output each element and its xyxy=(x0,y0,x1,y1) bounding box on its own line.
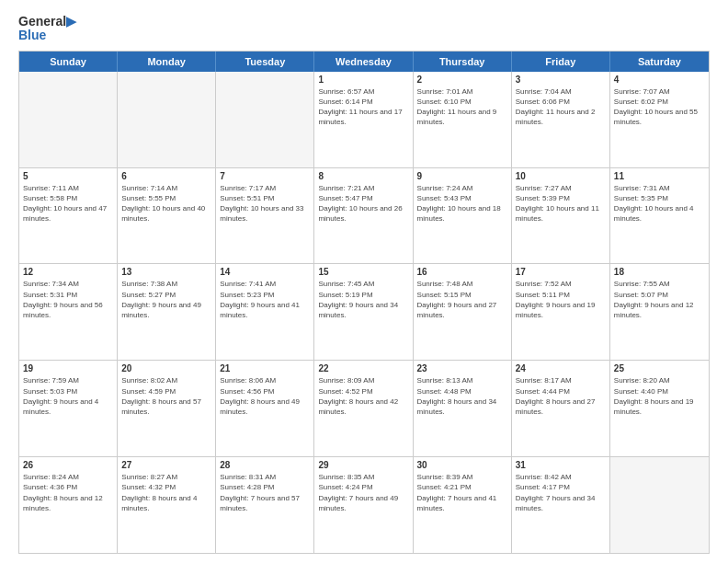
cal-cell: 1Sunrise: 6:57 AMSunset: 6:14 PMDaylight… xyxy=(314,72,413,167)
cell-date: 19 xyxy=(23,363,113,373)
cell-date: 5 xyxy=(23,171,113,181)
cal-cell xyxy=(19,72,118,167)
cal-cell: 18Sunrise: 7:55 AMSunset: 5:07 PMDayligh… xyxy=(610,264,709,360)
cal-cell: 13Sunrise: 7:38 AMSunset: 5:27 PMDayligh… xyxy=(118,264,216,360)
cell-date: 26 xyxy=(23,460,113,470)
cell-info: Sunrise: 7:04 AMSunset: 6:06 PMDaylight:… xyxy=(516,86,606,128)
cal-cell: 8Sunrise: 7:21 AMSunset: 5:47 PMDaylight… xyxy=(314,168,413,264)
cell-date: 12 xyxy=(23,267,113,277)
calendar: SundayMondayTuesdayWednesdayThursdayFrid… xyxy=(18,51,710,554)
cal-cell: 29Sunrise: 8:35 AMSunset: 4:24 PMDayligh… xyxy=(314,457,413,553)
cell-date: 7 xyxy=(220,171,310,181)
cell-date: 6 xyxy=(121,171,211,181)
cell-date: 16 xyxy=(417,267,507,277)
logo-wordmark: General▶ Blue xyxy=(18,15,76,43)
cell-info: Sunrise: 7:34 AMSunset: 5:31 PMDaylight:… xyxy=(23,279,113,320)
cal-cell: 7Sunrise: 7:17 AMSunset: 5:51 PMDaylight… xyxy=(216,168,314,264)
header: General▶ Blue xyxy=(18,15,710,43)
cal-cell: 23Sunrise: 8:13 AMSunset: 4:48 PMDayligh… xyxy=(414,361,512,456)
cal-cell: 24Sunrise: 8:17 AMSunset: 4:44 PMDayligh… xyxy=(512,361,610,456)
cal-cell: 6Sunrise: 7:14 AMSunset: 5:55 PMDaylight… xyxy=(118,168,216,264)
cal-row-0: 1Sunrise: 6:57 AMSunset: 6:14 PMDaylight… xyxy=(19,72,709,167)
cell-date: 14 xyxy=(220,267,310,277)
cell-info: Sunrise: 7:45 AMSunset: 5:19 PMDaylight:… xyxy=(318,279,408,320)
cell-date: 31 xyxy=(516,460,606,470)
cal-cell: 25Sunrise: 8:20 AMSunset: 4:40 PMDayligh… xyxy=(610,361,709,456)
cal-cell: 2Sunrise: 7:01 AMSunset: 6:10 PMDaylight… xyxy=(414,72,512,167)
cell-date: 3 xyxy=(516,75,606,85)
cal-cell: 11Sunrise: 7:31 AMSunset: 5:35 PMDayligh… xyxy=(610,168,709,264)
cell-info: Sunrise: 7:59 AMSunset: 5:03 PMDaylight:… xyxy=(23,375,113,417)
cal-cell: 9Sunrise: 7:24 AMSunset: 5:43 PMDaylight… xyxy=(414,168,512,264)
cal-cell: 5Sunrise: 7:11 AMSunset: 5:58 PMDaylight… xyxy=(19,168,118,264)
cell-info: Sunrise: 8:20 AMSunset: 4:40 PMDaylight:… xyxy=(614,375,705,417)
cal-cell: 27Sunrise: 8:27 AMSunset: 4:32 PMDayligh… xyxy=(118,457,216,553)
cell-date: 25 xyxy=(614,363,705,373)
cell-date: 23 xyxy=(417,363,507,373)
cell-info: Sunrise: 7:01 AMSunset: 6:10 PMDaylight:… xyxy=(417,86,507,128)
cal-cell: 21Sunrise: 8:06 AMSunset: 4:56 PMDayligh… xyxy=(216,361,314,456)
cell-date: 20 xyxy=(121,363,211,373)
cell-info: Sunrise: 8:27 AMSunset: 4:32 PMDaylight:… xyxy=(121,472,211,513)
cell-date: 13 xyxy=(121,267,211,277)
cell-info: Sunrise: 7:21 AMSunset: 5:47 PMDaylight:… xyxy=(318,183,408,224)
cell-info: Sunrise: 7:11 AMSunset: 5:58 PMDaylight:… xyxy=(23,183,113,224)
cell-info: Sunrise: 8:39 AMSunset: 4:21 PMDaylight:… xyxy=(417,472,507,513)
cell-info: Sunrise: 8:17 AMSunset: 4:44 PMDaylight:… xyxy=(516,375,606,417)
cal-cell: 20Sunrise: 8:02 AMSunset: 4:59 PMDayligh… xyxy=(118,361,216,456)
day-header-friday: Friday xyxy=(512,52,610,72)
cell-info: Sunrise: 7:17 AMSunset: 5:51 PMDaylight:… xyxy=(220,183,310,224)
cell-date: 17 xyxy=(516,267,606,277)
cal-cell: 17Sunrise: 7:52 AMSunset: 5:11 PMDayligh… xyxy=(512,264,610,360)
cell-date: 11 xyxy=(614,171,705,181)
cell-info: Sunrise: 7:31 AMSunset: 5:35 PMDaylight:… xyxy=(614,183,705,224)
cal-cell: 4Sunrise: 7:07 AMSunset: 6:02 PMDaylight… xyxy=(610,72,709,167)
logo: General▶ Blue xyxy=(18,15,76,43)
day-header-monday: Monday xyxy=(118,52,216,72)
day-header-sunday: Sunday xyxy=(19,52,118,72)
cell-date: 18 xyxy=(614,267,705,277)
cell-date: 29 xyxy=(318,460,408,470)
cal-cell xyxy=(118,72,216,167)
cell-date: 15 xyxy=(318,267,408,277)
cell-info: Sunrise: 6:57 AMSunset: 6:14 PMDaylight:… xyxy=(318,86,408,128)
cell-date: 8 xyxy=(318,171,408,181)
cal-cell: 15Sunrise: 7:45 AMSunset: 5:19 PMDayligh… xyxy=(314,264,413,360)
day-header-thursday: Thursday xyxy=(414,52,512,72)
cal-row-1: 5Sunrise: 7:11 AMSunset: 5:58 PMDaylight… xyxy=(19,167,709,264)
cell-info: Sunrise: 7:14 AMSunset: 5:55 PMDaylight:… xyxy=(121,183,211,224)
cal-row-2: 12Sunrise: 7:34 AMSunset: 5:31 PMDayligh… xyxy=(19,263,709,360)
cell-date: 28 xyxy=(220,460,310,470)
calendar-body: 1Sunrise: 6:57 AMSunset: 6:14 PMDaylight… xyxy=(19,72,709,553)
cell-info: Sunrise: 8:13 AMSunset: 4:48 PMDaylight:… xyxy=(417,375,507,417)
cal-cell: 26Sunrise: 8:24 AMSunset: 4:36 PMDayligh… xyxy=(19,457,118,553)
cell-info: Sunrise: 7:24 AMSunset: 5:43 PMDaylight:… xyxy=(417,183,507,224)
cell-info: Sunrise: 8:24 AMSunset: 4:36 PMDaylight:… xyxy=(23,472,113,513)
cal-cell: 19Sunrise: 7:59 AMSunset: 5:03 PMDayligh… xyxy=(19,361,118,456)
cell-info: Sunrise: 8:06 AMSunset: 4:56 PMDaylight:… xyxy=(220,375,310,417)
cell-date: 9 xyxy=(417,171,507,181)
day-header-wednesday: Wednesday xyxy=(314,52,413,72)
day-header-tuesday: Tuesday xyxy=(216,52,314,72)
cell-info: Sunrise: 8:35 AMSunset: 4:24 PMDaylight:… xyxy=(318,472,408,513)
cell-info: Sunrise: 7:48 AMSunset: 5:15 PMDaylight:… xyxy=(417,279,507,320)
cell-date: 21 xyxy=(220,363,310,373)
cell-date: 1 xyxy=(318,75,408,85)
cal-cell: 31Sunrise: 8:42 AMSunset: 4:17 PMDayligh… xyxy=(512,457,610,553)
cell-info: Sunrise: 8:31 AMSunset: 4:28 PMDaylight:… xyxy=(220,472,310,513)
cal-cell: 16Sunrise: 7:48 AMSunset: 5:15 PMDayligh… xyxy=(414,264,512,360)
cell-date: 22 xyxy=(318,363,408,373)
cal-cell: 22Sunrise: 8:09 AMSunset: 4:52 PMDayligh… xyxy=(314,361,413,456)
cal-row-4: 26Sunrise: 8:24 AMSunset: 4:36 PMDayligh… xyxy=(19,456,709,553)
page: General▶ Blue SundayMondayTuesdayWednesd… xyxy=(0,0,728,563)
cell-date: 4 xyxy=(614,75,705,85)
day-header-saturday: Saturday xyxy=(610,52,709,72)
cal-cell xyxy=(610,457,709,553)
cell-info: Sunrise: 7:41 AMSunset: 5:23 PMDaylight:… xyxy=(220,279,310,320)
cell-info: Sunrise: 7:52 AMSunset: 5:11 PMDaylight:… xyxy=(516,279,606,320)
cal-cell: 14Sunrise: 7:41 AMSunset: 5:23 PMDayligh… xyxy=(216,264,314,360)
cell-date: 30 xyxy=(417,460,507,470)
cell-date: 10 xyxy=(516,171,606,181)
cell-info: Sunrise: 8:02 AMSunset: 4:59 PMDaylight:… xyxy=(121,375,211,417)
cal-cell xyxy=(216,72,314,167)
